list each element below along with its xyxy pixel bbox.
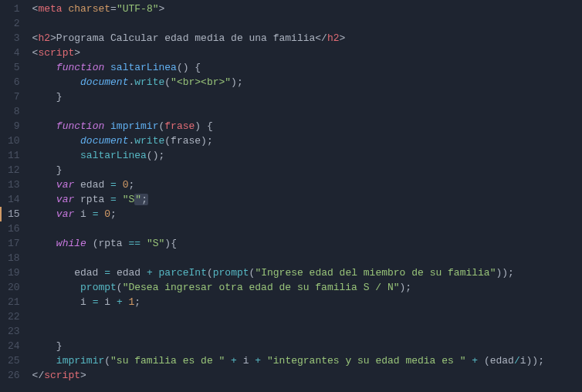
line-number: 5 <box>8 60 20 75</box>
code-line[interactable]: saltarLinea(); <box>32 148 582 163</box>
line-number: 8 <box>8 104 20 119</box>
code-line[interactable]: var i = 0; <box>32 207 582 221</box>
line-number: 26 <box>8 368 20 383</box>
line-number-gutter: 1234567891011121314151617181920212223242… <box>0 0 29 392</box>
line-number: 13 <box>8 177 20 192</box>
code-line[interactable]: } <box>32 90 582 104</box>
code-line[interactable]: <script> <box>32 46 582 60</box>
code-line[interactable]: edad = edad + parceInt(prompt("Ingrese e… <box>32 265 582 280</box>
code-line[interactable] <box>32 104 582 119</box>
line-number: 15 <box>8 207 20 221</box>
line-number: 23 <box>8 324 20 339</box>
code-line[interactable]: <meta charset="UTF-8"> <box>32 2 582 16</box>
code-line[interactable] <box>32 251 582 265</box>
line-number: 21 <box>8 295 20 309</box>
line-number: 22 <box>8 309 20 324</box>
code-editor[interactable]: 1234567891011121314151617181920212223242… <box>0 0 582 392</box>
line-number: 18 <box>8 251 20 265</box>
code-line[interactable] <box>32 324 582 339</box>
line-number: 24 <box>8 339 20 353</box>
line-number: 1 <box>8 2 20 16</box>
code-line[interactable] <box>32 309 582 324</box>
code-line[interactable]: function imprimir(frase) { <box>32 119 582 133</box>
line-number: 7 <box>8 90 20 104</box>
code-line[interactable]: var edad = 0; <box>32 177 582 192</box>
code-line[interactable]: </script> <box>32 368 582 383</box>
code-line[interactable]: imprimir("su familia es de " + i + "inte… <box>32 353 582 368</box>
code-line[interactable]: var rpta = "S"; <box>32 192 582 207</box>
code-line[interactable]: i = i + 1; <box>32 295 582 309</box>
active-line-marker <box>0 207 2 221</box>
code-line[interactable] <box>32 16 582 31</box>
code-line[interactable]: prompt("Desea ingresar otra edad de su f… <box>32 280 582 295</box>
line-number: 2 <box>8 16 20 31</box>
line-number: 20 <box>8 280 20 295</box>
line-number: 12 <box>8 163 20 177</box>
code-line[interactable]: function saltarLinea() { <box>32 60 582 75</box>
line-number: 4 <box>8 46 20 60</box>
code-line[interactable] <box>32 221 582 236</box>
line-number: 19 <box>8 265 20 280</box>
line-number: 3 <box>8 31 20 46</box>
code-line[interactable]: } <box>32 339 582 353</box>
line-number: 6 <box>8 75 20 90</box>
line-number: 10 <box>8 133 20 148</box>
code-area[interactable]: <meta charset="UTF-8"> <h2>Programa Calc… <box>29 0 582 392</box>
line-number: 25 <box>8 353 20 368</box>
line-number: 16 <box>8 221 20 236</box>
code-line[interactable]: document.write("<br><br>"); <box>32 75 582 90</box>
code-line[interactable]: <h2>Programa Calcular edad media de una … <box>32 31 582 46</box>
code-line[interactable]: while (rpta == "S"){ <box>32 236 582 251</box>
line-number: 9 <box>8 119 20 133</box>
code-line[interactable]: document.write(frase); <box>32 133 582 148</box>
line-number: 17 <box>8 236 20 251</box>
code-line[interactable]: } <box>32 163 582 177</box>
line-number: 14 <box>8 192 20 207</box>
line-number: 11 <box>8 148 20 163</box>
